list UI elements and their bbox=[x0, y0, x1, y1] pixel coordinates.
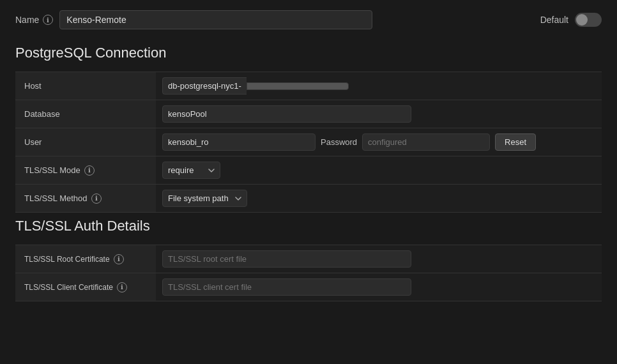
user-label: User bbox=[24, 137, 42, 147]
postgresql-form: Host db-postgresql-nyc1- Database bbox=[15, 72, 602, 213]
root-cert-input[interactable] bbox=[162, 250, 411, 268]
name-label-text: Name bbox=[15, 15, 39, 25]
password-label: Password bbox=[321, 137, 357, 147]
tls-method-select[interactable]: File system path Certificate store bbox=[162, 190, 247, 207]
database-row: Database bbox=[15, 100, 602, 128]
client-cert-info-icon[interactable]: ℹ bbox=[117, 282, 127, 292]
tls-auth-section: TLS/SSL Auth Details TLS/SSL Root Certif… bbox=[15, 218, 602, 301]
host-label-cell: Host bbox=[15, 72, 156, 100]
tls-auth-form: TLS/SSL Root Certificate ℹ TLS/SSL Clien… bbox=[15, 245, 602, 301]
root-cert-value-cell bbox=[156, 245, 602, 273]
reset-button[interactable]: Reset bbox=[495, 133, 536, 151]
tls-mode-label: TLS/SSL Mode bbox=[24, 165, 80, 175]
tls-method-label-cell: TLS/SSL Method ℹ bbox=[15, 185, 156, 212]
tls-method-value-cell: File system path Certificate store bbox=[156, 185, 602, 212]
postgresql-section-title: PostgreSQL Connection bbox=[15, 45, 602, 61]
postgresql-section: PostgreSQL Connection Host db-postgresql… bbox=[15, 45, 602, 213]
root-cert-label-cell: TLS/SSL Root Certificate ℹ bbox=[15, 245, 156, 273]
root-cert-label: TLS/SSL Root Certificate bbox=[24, 255, 110, 264]
tls-mode-label-cell: TLS/SSL Mode ℹ bbox=[15, 156, 156, 184]
client-cert-label-cell: TLS/SSL Client Certificate ℹ bbox=[15, 273, 156, 301]
default-label: Default bbox=[540, 15, 568, 25]
client-cert-value-cell bbox=[156, 273, 602, 301]
host-value-cell: db-postgresql-nyc1- bbox=[156, 72, 602, 100]
user-label-cell: User bbox=[15, 128, 156, 156]
tls-method-label: TLS/SSL Method bbox=[24, 193, 88, 203]
database-input[interactable] bbox=[162, 105, 411, 123]
user-row: User Password Reset bbox=[15, 128, 602, 156]
client-cert-row: TLS/SSL Client Certificate ℹ bbox=[15, 273, 602, 301]
password-input[interactable] bbox=[362, 133, 490, 151]
name-info-icon[interactable]: ℹ bbox=[43, 15, 53, 25]
tls-mode-select[interactable]: require disable allow prefer verify-ca v… bbox=[162, 162, 220, 179]
host-masked-text bbox=[247, 82, 349, 90]
client-cert-input[interactable] bbox=[162, 278, 411, 296]
database-label: Database bbox=[24, 109, 60, 119]
host-label: Host bbox=[24, 81, 42, 91]
name-label-group: Name ℹ bbox=[15, 15, 53, 25]
host-visible-text: db-postgresql-nyc1- bbox=[162, 77, 247, 95]
default-toggle-wrapper bbox=[575, 13, 602, 27]
tls-mode-row: TLS/SSL Mode ℹ require disable allow pre… bbox=[15, 156, 602, 185]
tls-mode-value-cell: require disable allow prefer verify-ca v… bbox=[156, 156, 602, 184]
default-toggle[interactable] bbox=[575, 13, 602, 27]
client-cert-label: TLS/SSL Client Certificate bbox=[24, 283, 113, 292]
root-cert-row: TLS/SSL Root Certificate ℹ bbox=[15, 245, 602, 273]
tls-mode-info-icon[interactable]: ℹ bbox=[84, 165, 95, 176]
user-input[interactable] bbox=[162, 133, 316, 151]
root-cert-info-icon[interactable]: ℹ bbox=[114, 254, 124, 264]
name-input[interactable] bbox=[59, 10, 372, 29]
user-value-cell: Password Reset bbox=[156, 128, 602, 156]
database-value-cell bbox=[156, 100, 602, 128]
host-input-container: db-postgresql-nyc1- bbox=[162, 77, 349, 95]
tls-method-row: TLS/SSL Method ℹ File system path Certif… bbox=[15, 185, 602, 213]
database-label-cell: Database bbox=[15, 100, 156, 128]
name-bar: Name ℹ Default bbox=[15, 10, 602, 29]
host-row: Host db-postgresql-nyc1- bbox=[15, 72, 602, 100]
page-container: Name ℹ Default PostgreSQL Connection Hos… bbox=[0, 0, 617, 312]
tls-method-info-icon[interactable]: ℹ bbox=[91, 193, 102, 204]
tls-auth-section-title: TLS/SSL Auth Details bbox=[15, 218, 602, 234]
